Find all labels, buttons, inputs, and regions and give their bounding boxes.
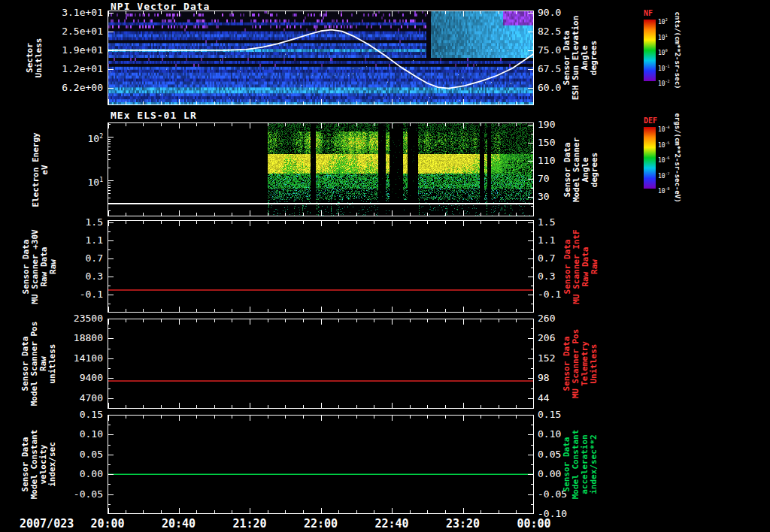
colorbar-tick-label: 10-7 — [658, 171, 670, 180]
date-label: 2007/023 — [20, 517, 74, 530]
time-tick-label: 20:40 — [155, 517, 203, 530]
colorbar-tick-label: 100 — [658, 47, 668, 56]
y-tick-label: 1.9e+01 — [44, 44, 103, 56]
colorbar-tick-label: 10-8 — [658, 186, 670, 195]
y-tick-label: 102 — [44, 131, 103, 144]
axis-title-left-scannerpos: Sensor DataModel Scanner PosRawunitless — [21, 319, 57, 409]
axis-title-right-modelconst: Sensor DataModel Constantaccelerationind… — [562, 415, 599, 514]
time-tick-label: 00:00 — [510, 517, 558, 530]
axis-title-sun-elevation: Sensor DataESH Sun ElevationAngledegrees — [562, 11, 599, 105]
y-tick-label: 101 — [44, 174, 103, 188]
axis-title-right-scannerpos: Sensor DataMU Scanner PosTelemetryUnitle… — [562, 319, 599, 409]
colorbar-nf — [644, 20, 656, 81]
y-tick-label: 3.1e+01 — [44, 7, 103, 18]
colorbar-tick-label: 10-4 — [658, 124, 670, 133]
colorbar-tick-label: 10-5 — [658, 140, 670, 149]
colorbar-def — [644, 127, 656, 189]
colorbar-tick-label: 10-6 — [658, 155, 670, 164]
axis-title-left-modelconst: Sensor DataModel Constantvelocityindex/s… — [21, 415, 57, 514]
axis-title-right-mu30v: Sensor DataMU Scanner IntFRaw DataRaw — [562, 220, 599, 313]
time-tick-label: 21:20 — [226, 517, 274, 530]
plot-screen: NPI Vector Data MEx ELS-01 LR NF DEF 200… — [0, 0, 770, 532]
time-tick-label: 22:00 — [297, 517, 345, 530]
axis-title-electron-energy: Electron EnergyeV — [31, 122, 49, 216]
axis-title-sector: SectorUnitless — [26, 11, 44, 105]
axis-title-left-mu30v: Sensor DataMU Scanner +30VRaw DataRaw — [21, 220, 57, 313]
y-tick-label: 1.2e+01 — [44, 63, 103, 74]
y-tick-label: 2.5e+01 — [44, 26, 103, 37]
colorbar-nf-title: NF — [644, 9, 653, 17]
colorbar-tick-label: 10-1 — [658, 63, 670, 72]
colorbar-tick-label: 101 — [658, 32, 668, 41]
axis-title-scanner-angle: Sensor DataModel ScannerAngledegrees — [562, 122, 599, 216]
model-constant-velocity-plot — [108, 415, 534, 514]
colorbar-units-NF: cnts/(cm**2-sr-sec) — [673, 0, 682, 107]
time-tick-label: 22:40 — [368, 517, 416, 530]
panel-title-els: MEx ELS-01 LR — [111, 110, 197, 121]
colorbar-tick-label: 102 — [658, 17, 668, 26]
npi-spectrogram — [108, 11, 534, 105]
scanner-pos-plot — [108, 319, 534, 409]
colorbar-tick-label: 10-2 — [658, 78, 670, 87]
colorbar-def-title: DEF — [644, 116, 657, 125]
y-tick-label: 6.2e+00 — [44, 82, 103, 93]
time-tick-label: 23:20 — [439, 517, 487, 530]
colorbar-units-DEF: ergs/(cm**2-sr-sec-eV) — [673, 101, 682, 214]
els-spectrogram — [108, 122, 534, 216]
mu-scanner-30v-plot — [108, 220, 534, 313]
time-tick-label: 20:00 — [83, 517, 132, 530]
